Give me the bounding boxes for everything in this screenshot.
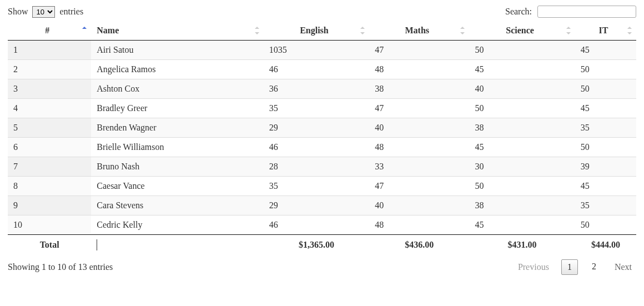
cell-index: 2 [8, 60, 91, 79]
sort-icon [255, 27, 260, 34]
cell-english: 46 [264, 138, 369, 157]
col-header-index[interactable]: # [8, 21, 91, 41]
footer-it-total: $444.00 [575, 235, 636, 255]
cell-maths: 48 [369, 215, 469, 235]
pagination-page-1[interactable]: 1 [561, 259, 578, 275]
cell-science: 45 [469, 215, 575, 235]
table-row: 6Brielle Williamson46484550 [8, 138, 636, 157]
col-header-science[interactable]: Science [469, 21, 575, 41]
cell-index: 7 [8, 157, 91, 177]
cell-science: 45 [469, 60, 575, 79]
cell-maths: 48 [369, 60, 469, 79]
cell-name: Brielle Williamson [91, 138, 264, 157]
table-row: 5Brenden Wagner29403835 [8, 118, 636, 138]
table-row: 2Angelica Ramos46484550 [8, 60, 636, 79]
cell-english: 46 [264, 60, 369, 79]
sort-icon [460, 27, 466, 34]
cell-index: 9 [8, 196, 91, 215]
length-suffix: entries [59, 7, 83, 16]
cell-maths: 40 [369, 118, 469, 138]
pagination-next[interactable]: Next [610, 260, 636, 274]
footer-total-label: Total [8, 235, 91, 255]
col-header-name[interactable]: Name [91, 21, 264, 41]
col-header-science-label: Science [506, 26, 534, 35]
cell-english: 29 [264, 118, 369, 138]
table-header-row: # Name English Maths Science IT [8, 21, 636, 41]
cell-english: 35 [264, 177, 369, 196]
cell-it: 50 [575, 60, 636, 79]
cell-it: 45 [575, 99, 636, 118]
col-header-maths-label: Maths [405, 26, 430, 35]
cell-english: 46 [264, 215, 369, 235]
footer-name-cell [91, 235, 264, 255]
sort-asc-icon [82, 27, 88, 34]
col-header-english[interactable]: English [264, 21, 369, 41]
sort-icon [627, 27, 633, 34]
cell-name: Angelica Ramos [91, 60, 264, 79]
cell-name: Bruno Nash [91, 157, 264, 177]
cell-it: 45 [575, 177, 636, 196]
cell-name: Ashton Cox [91, 79, 264, 99]
cell-english: 35 [264, 99, 369, 118]
cell-maths: 33 [369, 157, 469, 177]
cell-science: 40 [469, 79, 575, 99]
cell-maths: 48 [369, 138, 469, 157]
cell-maths: 47 [369, 177, 469, 196]
cell-science: 50 [469, 99, 575, 118]
table-row: 9Cara Stevens29403835 [8, 196, 636, 215]
cell-name: Airi Satou [91, 41, 264, 60]
cell-index: 5 [8, 118, 91, 138]
cell-index: 4 [8, 99, 91, 118]
cell-science: 30 [469, 157, 575, 177]
col-header-it[interactable]: IT [575, 21, 636, 41]
cell-it: 39 [575, 157, 636, 177]
table-row: 4Bradley Greer35475045 [8, 99, 636, 118]
col-header-it-label: IT [598, 26, 608, 35]
col-header-english-label: English [300, 26, 329, 35]
search-control: Search: [505, 6, 636, 18]
cell-science: 50 [469, 177, 575, 196]
length-control: Show 10 entries [8, 6, 83, 18]
cell-it: 50 [575, 79, 636, 99]
table-row: 7Bruno Nash28333039 [8, 157, 636, 177]
search-label: Search: [505, 7, 532, 16]
cell-english: 1035 [264, 41, 369, 60]
cell-it: 35 [575, 196, 636, 215]
cell-science: 45 [469, 138, 575, 157]
footer-english-total: $1,365.00 [264, 235, 369, 255]
cell-science: 38 [469, 118, 575, 138]
sort-icon [360, 27, 366, 34]
table-footer-row: Total $1,365.00 $436.00 $431.00 $444.00 [8, 235, 636, 255]
cell-index: 8 [8, 177, 91, 196]
pagination: Previous 12 Next [514, 259, 636, 275]
page-length-select[interactable]: 10 [32, 6, 55, 18]
col-header-name-label: Name [97, 26, 119, 35]
cell-english: 28 [264, 157, 369, 177]
col-header-maths[interactable]: Maths [369, 21, 469, 41]
cell-it: 45 [575, 41, 636, 60]
table-row: 1Airi Satou1035475045 [8, 41, 636, 60]
cell-index: 10 [8, 215, 91, 235]
cell-maths: 38 [369, 79, 469, 99]
footer-science-total: $431.00 [469, 235, 575, 255]
cell-it: 50 [575, 215, 636, 235]
table-row: 10Cedric Kelly46484550 [8, 215, 636, 235]
cell-index: 6 [8, 138, 91, 157]
cell-index: 1 [8, 41, 91, 60]
search-input[interactable] [537, 6, 636, 18]
cell-name: Caesar Vance [91, 177, 264, 196]
pagination-page-2[interactable]: 2 [586, 259, 602, 275]
cell-english: 36 [264, 79, 369, 99]
table-row: 8Caesar Vance35475045 [8, 177, 636, 196]
footer-maths-total: $436.00 [369, 235, 469, 255]
pagination-previous[interactable]: Previous [514, 260, 554, 274]
cell-name: Cedric Kelly [91, 215, 264, 235]
cell-maths: 47 [369, 99, 469, 118]
cell-maths: 47 [369, 41, 469, 60]
cell-name: Brenden Wagner [91, 118, 264, 138]
cell-science: 50 [469, 41, 575, 60]
table-info: Showing 1 to 10 of 13 entries [8, 262, 113, 272]
cell-english: 29 [264, 196, 369, 215]
data-table: # Name English Maths Science IT [8, 21, 636, 255]
sort-icon [566, 27, 572, 34]
